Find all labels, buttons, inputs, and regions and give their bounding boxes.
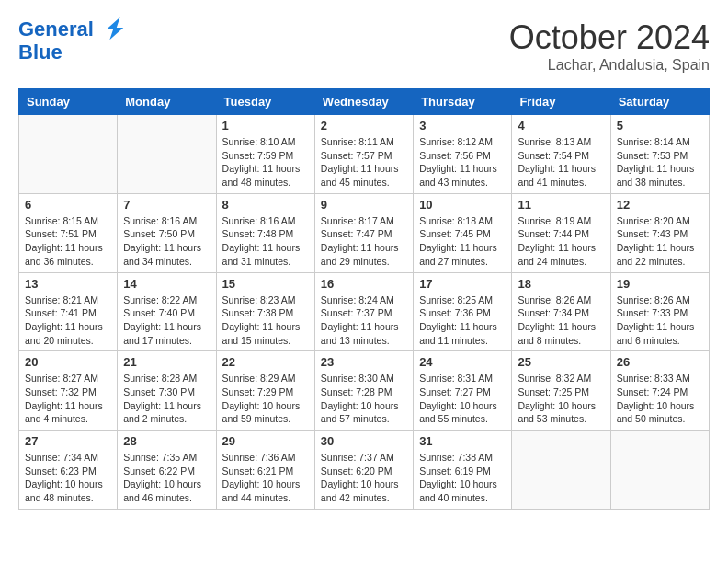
day-number: 31 — [419, 434, 506, 448]
page-header: General Blue October 2024 Lachar, Andalu… — [18, 18, 710, 74]
day-info: Sunrise: 8:16 AMSunset: 7:50 PMDaylight:… — [123, 214, 210, 269]
calendar-cell: 11Sunrise: 8:19 AMSunset: 7:44 PMDayligh… — [512, 193, 610, 272]
calendar-cell: 16Sunrise: 8:24 AMSunset: 7:37 PMDayligh… — [314, 272, 413, 351]
calendar-cell: 18Sunrise: 8:26 AMSunset: 7:34 PMDayligh… — [512, 272, 610, 351]
calendar-cell: 7Sunrise: 8:16 AMSunset: 7:50 PMDaylight… — [118, 193, 216, 272]
calendar-cell: 30Sunrise: 7:37 AMSunset: 6:20 PMDayligh… — [314, 431, 413, 510]
day-info: Sunrise: 8:15 AMSunset: 7:51 PMDaylight:… — [25, 214, 111, 269]
day-info: Sunrise: 8:12 AMSunset: 7:56 PMDaylight:… — [419, 135, 506, 190]
calendar-cell: 10Sunrise: 8:18 AMSunset: 7:45 PMDayligh… — [414, 193, 512, 272]
calendar-cell: 15Sunrise: 8:23 AMSunset: 7:38 PMDayligh… — [216, 272, 314, 351]
weekday-header: Saturday — [610, 89, 709, 115]
calendar-cell: 17Sunrise: 8:25 AMSunset: 7:36 PMDayligh… — [414, 272, 512, 351]
day-number: 18 — [518, 277, 604, 291]
weekday-header: Thursday — [414, 89, 512, 115]
calendar-week-row: 20Sunrise: 8:27 AMSunset: 7:32 PMDayligh… — [19, 351, 710, 431]
day-number: 2 — [321, 119, 407, 132]
day-number: 20 — [25, 355, 111, 369]
svg-marker-0 — [107, 17, 124, 40]
day-info: Sunrise: 8:24 AMSunset: 7:37 PMDaylight:… — [321, 293, 407, 348]
day-info: Sunrise: 7:35 AMSunset: 6:22 PMDaylight:… — [123, 451, 210, 505]
day-number: 26 — [617, 355, 703, 369]
day-number: 29 — [222, 434, 309, 448]
day-number: 22 — [222, 355, 309, 369]
day-number: 19 — [617, 277, 703, 291]
weekday-header: Tuesday — [216, 89, 314, 115]
day-number: 3 — [419, 119, 506, 132]
day-number: 25 — [518, 355, 604, 369]
logo-text: General Blue — [18, 18, 127, 63]
day-info: Sunrise: 8:27 AMSunset: 7:32 PMDaylight:… — [25, 372, 111, 426]
day-number: 16 — [321, 277, 407, 291]
location: Lachar, Andalusia, Spain — [509, 57, 710, 74]
calendar-cell: 23Sunrise: 8:30 AMSunset: 7:28 PMDayligh… — [314, 351, 413, 431]
calendar-cell: 14Sunrise: 8:22 AMSunset: 7:40 PMDayligh… — [118, 272, 216, 351]
day-info: Sunrise: 8:17 AMSunset: 7:47 PMDaylight:… — [321, 214, 407, 269]
calendar-cell — [610, 431, 709, 510]
calendar-cell: 1Sunrise: 8:10 AMSunset: 7:59 PMDaylight… — [216, 115, 314, 194]
calendar-cell: 26Sunrise: 8:33 AMSunset: 7:24 PMDayligh… — [610, 351, 709, 431]
day-number: 5 — [617, 119, 703, 132]
day-info: Sunrise: 8:13 AMSunset: 7:54 PMDaylight:… — [518, 135, 604, 190]
calendar-cell: 25Sunrise: 8:32 AMSunset: 7:25 PMDayligh… — [512, 351, 610, 431]
day-number: 27 — [25, 434, 111, 448]
day-info: Sunrise: 8:16 AMSunset: 7:48 PMDaylight:… — [222, 214, 309, 269]
day-info: Sunrise: 8:33 AMSunset: 7:24 PMDaylight:… — [617, 372, 703, 426]
title-block: October 2024 Lachar, Andalusia, Spain — [509, 18, 710, 74]
calendar-cell: 3Sunrise: 8:12 AMSunset: 7:56 PMDaylight… — [414, 115, 512, 194]
calendar-cell: 12Sunrise: 8:20 AMSunset: 7:43 PMDayligh… — [610, 193, 709, 272]
logo: General Blue — [18, 18, 127, 63]
calendar-cell: 4Sunrise: 8:13 AMSunset: 7:54 PMDaylight… — [512, 115, 610, 194]
calendar-cell: 27Sunrise: 7:34 AMSunset: 6:23 PMDayligh… — [19, 431, 118, 510]
day-number: 9 — [321, 198, 407, 212]
calendar-cell: 22Sunrise: 8:29 AMSunset: 7:29 PMDayligh… — [216, 351, 314, 431]
calendar-table: SundayMondayTuesdayWednesdayThursdayFrid… — [18, 88, 710, 510]
calendar-week-row: 1Sunrise: 8:10 AMSunset: 7:59 PMDaylight… — [19, 115, 710, 194]
day-info: Sunrise: 8:31 AMSunset: 7:27 PMDaylight:… — [419, 372, 506, 426]
calendar-cell: 8Sunrise: 8:16 AMSunset: 7:48 PMDaylight… — [216, 193, 314, 272]
day-number: 8 — [222, 198, 309, 212]
calendar-cell — [118, 115, 216, 194]
day-info: Sunrise: 7:38 AMSunset: 6:19 PMDaylight:… — [419, 451, 506, 505]
day-info: Sunrise: 8:30 AMSunset: 7:28 PMDaylight:… — [321, 372, 407, 426]
calendar-cell: 28Sunrise: 7:35 AMSunset: 6:22 PMDayligh… — [118, 431, 216, 510]
calendar-cell: 9Sunrise: 8:17 AMSunset: 7:47 PMDaylight… — [314, 193, 413, 272]
month-title: October 2024 — [509, 18, 710, 57]
day-number: 17 — [419, 277, 506, 291]
day-number: 7 — [123, 198, 210, 212]
weekday-header-row: SundayMondayTuesdayWednesdayThursdayFrid… — [19, 89, 710, 115]
calendar-week-row: 27Sunrise: 7:34 AMSunset: 6:23 PMDayligh… — [19, 431, 710, 510]
calendar-cell — [19, 115, 118, 194]
day-info: Sunrise: 8:10 AMSunset: 7:59 PMDaylight:… — [222, 135, 309, 190]
calendar-cell: 13Sunrise: 8:21 AMSunset: 7:41 PMDayligh… — [19, 272, 118, 351]
day-number: 30 — [321, 434, 407, 448]
calendar-cell: 31Sunrise: 7:38 AMSunset: 6:19 PMDayligh… — [414, 431, 512, 510]
day-number: 1 — [222, 119, 309, 132]
day-info: Sunrise: 8:18 AMSunset: 7:45 PMDaylight:… — [419, 214, 506, 269]
calendar-week-row: 6Sunrise: 8:15 AMSunset: 7:51 PMDaylight… — [19, 193, 710, 272]
calendar-cell: 24Sunrise: 8:31 AMSunset: 7:27 PMDayligh… — [414, 351, 512, 431]
calendar-cell: 5Sunrise: 8:14 AMSunset: 7:53 PMDaylight… — [610, 115, 709, 194]
calendar-cell: 19Sunrise: 8:26 AMSunset: 7:33 PMDayligh… — [610, 272, 709, 351]
day-number: 12 — [617, 198, 703, 212]
day-info: Sunrise: 8:11 AMSunset: 7:57 PMDaylight:… — [321, 135, 407, 190]
calendar-week-row: 13Sunrise: 8:21 AMSunset: 7:41 PMDayligh… — [19, 272, 710, 351]
day-info: Sunrise: 7:34 AMSunset: 6:23 PMDaylight:… — [25, 451, 111, 505]
weekday-header: Sunday — [19, 89, 118, 115]
day-number: 14 — [123, 277, 210, 291]
day-info: Sunrise: 8:20 AMSunset: 7:43 PMDaylight:… — [617, 214, 703, 269]
weekday-header: Wednesday — [314, 89, 413, 115]
day-number: 10 — [419, 198, 506, 212]
day-info: Sunrise: 8:26 AMSunset: 7:34 PMDaylight:… — [518, 293, 604, 348]
day-number: 23 — [321, 355, 407, 369]
day-info: Sunrise: 8:28 AMSunset: 7:30 PMDaylight:… — [123, 372, 210, 426]
calendar-cell: 29Sunrise: 7:36 AMSunset: 6:21 PMDayligh… — [216, 431, 314, 510]
day-info: Sunrise: 8:19 AMSunset: 7:44 PMDaylight:… — [518, 214, 604, 269]
day-number: 21 — [123, 355, 210, 369]
calendar-cell — [512, 431, 610, 510]
weekday-header: Monday — [118, 89, 216, 115]
day-number: 15 — [222, 277, 309, 291]
calendar-cell: 6Sunrise: 8:15 AMSunset: 7:51 PMDaylight… — [19, 193, 118, 272]
day-info: Sunrise: 8:22 AMSunset: 7:40 PMDaylight:… — [123, 293, 210, 348]
day-info: Sunrise: 8:14 AMSunset: 7:53 PMDaylight:… — [617, 135, 703, 190]
